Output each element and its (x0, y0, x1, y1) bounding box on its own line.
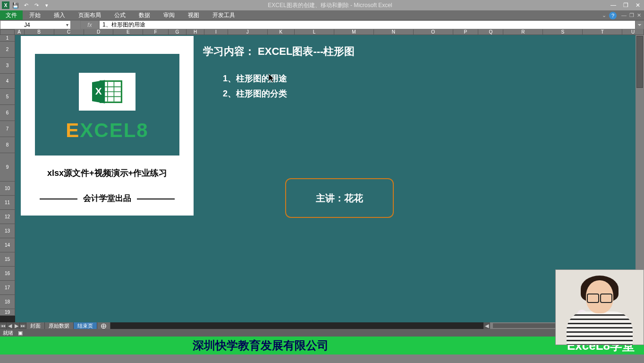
row-header-13[interactable]: 13 (0, 224, 15, 238)
col-header-B[interactable]: B (25, 29, 54, 35)
formula-input[interactable]: 1、柱形图的用途 (99, 20, 636, 29)
col-header-F[interactable]: F (143, 29, 168, 35)
row-header-5[interactable]: 5 (0, 89, 15, 105)
row-header-16[interactable]: 16 (0, 267, 15, 281)
status-ready: 就绪 (3, 329, 13, 337)
bottom-banner: 深圳快学教育发展有限公司 ExceL8学堂 (0, 337, 644, 354)
col-header-Q[interactable]: Q (478, 29, 503, 35)
col-header-A[interactable]: A (15, 29, 25, 35)
workbook-restore-icon[interactable]: ❐ (629, 12, 634, 18)
redo-button[interactable]: ↷ (32, 1, 41, 9)
content-item-2: 2、柱形图的分类 (223, 88, 287, 99)
content-title: 学习内容： EXCEL图表---柱形图 (203, 44, 355, 59)
row-header-2[interactable]: 2 (0, 42, 15, 58)
vscroll-thumb[interactable] (636, 36, 643, 88)
webcam-overlay (555, 269, 644, 345)
sheet-insert-icon[interactable]: ⨁ (97, 322, 110, 329)
row-header-1[interactable]: 1 (0, 35, 15, 42)
sheet-nav-next[interactable]: ▶ (13, 322, 20, 329)
sheet-nav-first[interactable]: ⏮ (0, 322, 7, 329)
svg-text:X: X (95, 85, 102, 96)
name-box[interactable]: J4 (0, 20, 71, 29)
row-header-4[interactable]: 4 (0, 74, 15, 89)
row-header-3[interactable]: 3 (0, 58, 15, 74)
qat-customize-icon[interactable]: ▾ (42, 1, 51, 9)
minimize-button[interactable]: — (609, 2, 618, 9)
formula-expand-icon[interactable]: ⏷ (636, 20, 644, 29)
tab-developer[interactable]: 开发工具 (206, 10, 242, 20)
logo-card: X EXCEL8 xlsx源文件+视频演示+作业练习 会计学堂出品 (21, 36, 194, 216)
col-header-J[interactable]: J (228, 29, 268, 35)
hscroll-left[interactable]: ◀ (483, 322, 490, 329)
row-header-15[interactable]: 15 (0, 252, 15, 267)
select-all-button[interactable] (0, 29, 15, 35)
tab-pagelayout[interactable]: 页面布局 (72, 10, 108, 20)
presenter-figure (564, 274, 635, 345)
workbook-close-icon[interactable]: ✕ (637, 12, 641, 18)
logo-card-inner: X EXCEL8 (35, 54, 179, 156)
fx-icon[interactable]: fx (80, 20, 99, 29)
row-header-19[interactable]: 19 (0, 309, 15, 316)
sheet-nav-prev[interactable]: ◀ (7, 322, 13, 329)
presenter-box: 主讲：花花 (285, 178, 394, 218)
col-header-G[interactable]: G (169, 29, 186, 35)
col-header-P[interactable]: P (453, 29, 478, 35)
row-header-11[interactable]: 11 (0, 196, 15, 210)
undo-button[interactable]: ↶ (22, 1, 30, 9)
file-tab[interactable]: 文件 (0, 10, 23, 20)
row-header-7[interactable]: 7 (0, 121, 15, 137)
tab-home[interactable]: 开始 (23, 10, 47, 20)
tab-formulas[interactable]: 公式 (108, 10, 132, 20)
col-header-D[interactable]: D (84, 29, 114, 35)
help-button[interactable]: ? (609, 12, 617, 19)
cells-area[interactable]: X EXCEL8 xlsx源文件+视频演示+作业练习 会计学堂出品 学习内容： … (15, 35, 636, 322)
sheet-tab-bar: ⏮ ◀ ▶ ⏭ 封面 原始数据 结束页 ⨁ ◀ ▶ (0, 322, 644, 329)
tab-insert[interactable]: 插入 (47, 10, 72, 20)
col-header-K[interactable]: K (268, 29, 295, 35)
col-header-L[interactable]: L (295, 29, 334, 35)
restore-button[interactable]: ❐ (621, 2, 630, 9)
row-header-18[interactable]: 18 (0, 295, 15, 309)
formula-bar: J4 fx 1、柱形图的用途 ⏷ (0, 20, 644, 29)
row-header-8[interactable]: 8 (0, 137, 15, 153)
row-header-14[interactable]: 14 (0, 238, 15, 252)
card-subtitle-1: xlsx源文件+视频演示+作业练习 (21, 167, 194, 179)
col-header-O[interactable]: O (414, 29, 453, 35)
col-header-T[interactable]: T (583, 29, 622, 35)
content-item-1: 1、柱形图的用途 (223, 73, 287, 84)
titlebar: X 💾 ↶ ↷ ▾ EXCEL图表的创建、移动和删除 - Microsoft E… (0, 0, 644, 10)
tab-review[interactable]: 审阅 (157, 10, 181, 20)
col-header-H[interactable]: H (186, 29, 204, 35)
close-button[interactable]: ✕ (634, 2, 642, 9)
row-headers: 12345678910111213141516171819 (0, 35, 15, 316)
row-header-10[interactable]: 10 (0, 182, 15, 196)
col-header-E[interactable]: E (113, 29, 143, 35)
row-header-17[interactable]: 17 (0, 281, 15, 295)
tab-data[interactable]: 数据 (132, 10, 157, 20)
sheet-nav-last[interactable]: ⏭ (20, 322, 26, 329)
qat: X 💾 ↶ ↷ ▾ (2, 1, 51, 9)
sheet-tab-2[interactable]: 结束页 (74, 322, 97, 329)
ribbon: 文件 开始 插入 页面布局 公式 数据 审阅 视图 开发工具 ⌄ ? — ❐ ✕ (0, 10, 644, 20)
workbook-min-icon[interactable]: — (621, 12, 627, 18)
col-header-M[interactable]: M (334, 29, 374, 35)
col-header-R[interactable]: R (503, 29, 543, 35)
excel-file-icon: X (79, 73, 136, 111)
col-header-U[interactable]: U (622, 29, 644, 35)
col-header-S[interactable]: S (543, 29, 583, 35)
tab-view[interactable]: 视图 (181, 10, 206, 20)
row-header-9[interactable]: 9 (0, 153, 15, 182)
col-header-C[interactable]: C (54, 29, 84, 35)
macro-record-icon[interactable]: ▣ (18, 330, 23, 336)
worksheet-grid: ABCDEFGHIJKLMNOPQRSTU 123456789101112131… (0, 29, 644, 329)
col-header-I[interactable]: I (204, 29, 228, 35)
save-button[interactable]: 💾 (11, 1, 20, 9)
ribbon-minimize-icon[interactable]: ⌄ (602, 12, 606, 18)
row-header-6[interactable]: 6 (0, 105, 15, 121)
window-controls: — ❐ ✕ (609, 2, 642, 9)
sheet-tab-0[interactable]: 封面 (26, 322, 45, 329)
row-header-12[interactable]: 12 (0, 210, 15, 224)
col-header-N[interactable]: N (374, 29, 414, 35)
sheet-tab-1[interactable]: 原始数据 (45, 322, 74, 329)
window-title: EXCEL图表的创建、移动和删除 - Microsoft Excel (51, 1, 609, 9)
